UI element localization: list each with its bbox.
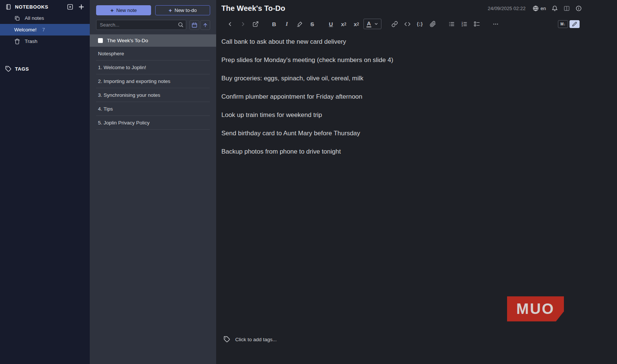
- checklist-button[interactable]: [471, 19, 482, 29]
- markdown-editor-toggle-button[interactable]: M↓: [558, 20, 568, 28]
- rich-text-editor-toggle-button[interactable]: [570, 20, 580, 28]
- external-edit-button[interactable]: [250, 19, 261, 29]
- note-list-item[interactable]: 1. Welcome to Joplin!: [90, 61, 216, 74]
- pencil-icon: [572, 22, 577, 27]
- alarm-bell-icon[interactable]: [552, 5, 558, 12]
- attach-file-button[interactable]: [427, 19, 438, 29]
- muo-watermark: MUO: [507, 296, 564, 321]
- body-line: Backup photos from phone to drive tonigh…: [221, 148, 602, 155]
- ellipsis-icon: [492, 21, 499, 27]
- arrow-up-icon: [202, 22, 208, 28]
- sort-order-button[interactable]: [200, 20, 210, 30]
- all-notes-label: All notes: [25, 15, 44, 21]
- chevron-down-icon: [374, 22, 378, 26]
- bullet-list-icon: [448, 21, 455, 27]
- editor-pane: The Week's To-Do 24/09/2025 02:22 en: [216, 0, 617, 364]
- new-note-button[interactable]: + New note: [96, 5, 151, 15]
- todo-checkbox[interactable]: [98, 38, 103, 43]
- sidebar: NOTEBOOKS All notes Welcome! 7: [0, 0, 90, 364]
- body-line: Look up train times for weekend trip: [221, 111, 602, 119]
- underline-button[interactable]: U: [325, 19, 337, 29]
- note-list-buttons: + New note + New to-do: [90, 0, 216, 18]
- toggle-layout-icon[interactable]: [564, 5, 570, 12]
- sidebar-item-trash[interactable]: Trash: [0, 36, 90, 47]
- note-title: 1. Welcome to Joplin!: [98, 65, 146, 70]
- note-list-item[interactable]: Notesphere: [90, 47, 216, 61]
- superscript-button[interactable]: x2: [338, 19, 349, 29]
- note-title: 3. Synchronising your notes: [98, 92, 160, 98]
- hyperlink-button[interactable]: [389, 19, 400, 29]
- link-icon: [392, 21, 398, 27]
- inline-code-button[interactable]: [402, 19, 413, 29]
- add-tags-bar[interactable]: Click to add tags...: [224, 336, 277, 343]
- note-list-item[interactable]: 4. Tips: [90, 102, 216, 116]
- toggle-panel-icon[interactable]: [67, 4, 73, 10]
- note-title: 5. Joplin Privacy Policy: [98, 120, 150, 126]
- bulleted-list-button[interactable]: [446, 19, 457, 29]
- code-icon: [404, 21, 411, 27]
- subscript-button[interactable]: x2: [351, 19, 362, 29]
- text-color-button[interactable]: A: [363, 19, 381, 29]
- checklist-icon: [474, 21, 480, 27]
- new-todo-button[interactable]: + New to-do: [155, 5, 210, 15]
- body-line: Prep slides for Monday's meeting (check …: [221, 56, 602, 64]
- sidebar-item-all-notes[interactable]: All notes: [0, 12, 90, 24]
- tags-header: TAGS: [0, 64, 90, 74]
- numbered-list-button[interactable]: 123: [458, 19, 470, 29]
- trash-label: Trash: [25, 38, 37, 44]
- all-notes-icon: [14, 15, 20, 21]
- tag-icon: [5, 66, 12, 72]
- numbered-list-icon: 123: [461, 21, 467, 27]
- editor-header: The Week's To-Do 24/09/2025 02:22 en: [216, 0, 617, 16]
- italic-button[interactable]: I: [281, 19, 292, 29]
- calendar-icon: [191, 22, 197, 28]
- subscript-base: x: [354, 21, 357, 27]
- note-properties-info-icon[interactable]: [575, 5, 582, 12]
- sidebar-item-notebook-welcome[interactable]: Welcome! 7: [0, 24, 90, 36]
- highlighter-icon: [297, 21, 303, 27]
- editor-mode-toggle: M↓: [558, 20, 580, 28]
- note-title: The Week's To-Do: [107, 38, 148, 43]
- new-notebook-icon[interactable]: [78, 4, 85, 10]
- subscript-mark: 2: [357, 22, 359, 26]
- note-list-item[interactable]: The Week's To-Do: [90, 34, 216, 47]
- note-list-item[interactable]: 5. Joplin Privacy Policy: [90, 116, 216, 130]
- sidebar-header-actions: [67, 4, 85, 10]
- spellcheck-language-button[interactable]: en: [532, 5, 546, 12]
- search-input[interactable]: [96, 20, 186, 30]
- forward-button[interactable]: [237, 19, 248, 29]
- note-list-item[interactable]: 3. Synchronising your notes: [90, 88, 216, 102]
- note-list: The Week's To-Do Notesphere 1. Welcome t…: [90, 34, 216, 130]
- notebook-label: Welcome!: [14, 27, 37, 33]
- note-list-panel: + New note + New to-do: [90, 0, 216, 364]
- tags-header-label: TAGS: [15, 66, 29, 72]
- note-title: 4. Tips: [98, 106, 113, 112]
- text-color-label: A: [366, 21, 371, 27]
- search-icon[interactable]: [178, 22, 184, 28]
- globe-icon: [532, 5, 539, 12]
- code-block-button[interactable]: {;}: [414, 19, 426, 29]
- highlight-button[interactable]: [294, 19, 305, 29]
- note-title-input[interactable]: The Week's To-Do: [221, 4, 285, 13]
- back-button[interactable]: [224, 19, 236, 29]
- editor-toolbar: B I S U x2 x2 A: [216, 16, 617, 31]
- add-tags-label: Click to add tags...: [235, 337, 277, 342]
- search-box: [96, 20, 186, 30]
- calendar-button[interactable]: [190, 20, 199, 30]
- plus-icon: +: [169, 7, 172, 13]
- language-code: en: [541, 6, 546, 11]
- notebook-icon: [5, 4, 12, 10]
- strikethrough-button[interactable]: S: [307, 19, 318, 29]
- bold-button[interactable]: B: [268, 19, 280, 29]
- more-options-button[interactable]: [490, 19, 501, 29]
- body-line: Confirm plumber appointment for Friday a…: [221, 93, 602, 101]
- body-line: Call bank to ask about the new card deli…: [221, 38, 602, 46]
- notebooks-header-label: NOTEBOOKS: [15, 4, 48, 10]
- trash-icon: [14, 38, 20, 44]
- note-list-item[interactable]: 2. Importing and exporting notes: [90, 74, 216, 88]
- paperclip-icon: [430, 21, 436, 27]
- superscript-mark: 2: [344, 22, 346, 26]
- chevron-left-icon: [227, 21, 233, 27]
- new-todo-label: New to-do: [175, 7, 197, 13]
- notebooks-header: NOTEBOOKS: [0, 1, 90, 12]
